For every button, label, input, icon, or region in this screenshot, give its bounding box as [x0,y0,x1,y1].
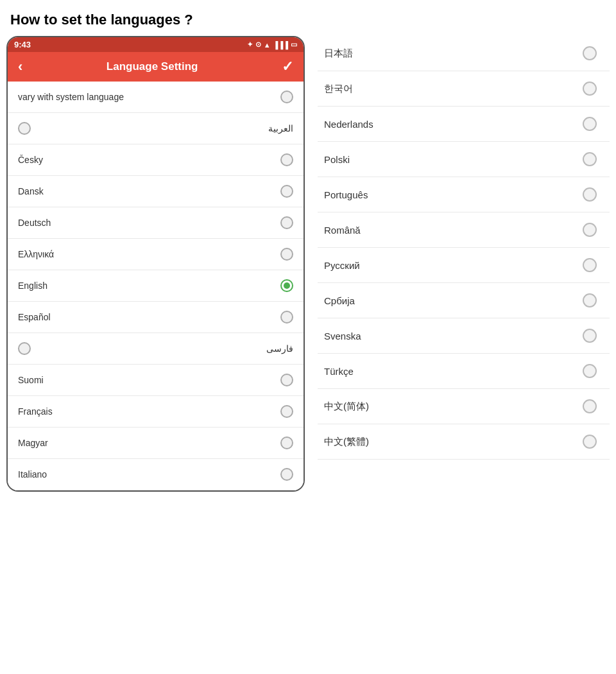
radio-magyar[interactable] [280,436,293,449]
right-lang-label-polish: Polski [324,154,350,165]
lang-item-suomi[interactable]: Suomi [8,365,304,396]
right-radio-korean[interactable] [583,82,597,96]
right-lang-label-chinese-simplified: 中文(简体) [324,401,369,413]
right-radio-portuguese[interactable] [583,187,597,202]
radio-arabic[interactable] [18,122,31,135]
radio-espanol[interactable] [280,311,293,324]
signal-icon: ▐▐▐ [273,41,288,49]
right-lang-label-japanese: 日本語 [324,48,353,60]
lang-label-dansk: Dansk [18,186,44,196]
right-lang-item-portuguese[interactable]: Português [318,177,610,212]
right-radio-japanese[interactable] [583,46,597,60]
right-radio-russian[interactable] [583,258,597,272]
radio-vary[interactable] [280,91,293,103]
battery-icon: ▭ [291,40,297,49]
lang-label-arabic: العربية [31,123,293,134]
radio-deutsch[interactable] [280,216,293,229]
lang-item-english[interactable]: English [8,270,304,302]
lang-label-deutsch: Deutsch [18,218,51,228]
right-radio-chinese-traditional[interactable] [583,435,597,449]
lang-label-vary: vary with system language [18,92,124,102]
page-container: How to set the languages ? 9:43 ✦ ⊙ ▲ ▐▐… [0,0,616,492]
right-radio-serbian[interactable] [583,293,597,307]
lang-label-magyar: Magyar [18,438,48,448]
right-lang-label-portuguese: Português [324,189,368,200]
lang-item-magyar[interactable]: Magyar [8,428,304,459]
lang-label-suomi: Suomi [18,375,44,385]
right-lang-item-russian[interactable]: Русский [318,248,610,283]
language-list: vary with system languageالعربيةČeskyDan… [8,82,304,490]
lang-label-greek: Ελληνικά [18,249,54,259]
right-lang-label-korean: 한국어 [324,83,353,95]
right-radio-turkish[interactable] [583,364,597,378]
right-lang-label-romanian: Română [324,225,361,236]
bluetooth-icon: ✦ [247,40,253,49]
right-radio-polish[interactable] [583,152,597,166]
back-button[interactable]: ‹ [18,58,22,75]
lang-label-francais: Français [18,406,53,417]
radio-greek[interactable] [280,248,293,261]
right-lang-item-korean[interactable]: 한국어 [318,71,610,107]
lang-item-dansk[interactable]: Dansk [8,176,304,207]
lang-item-cesky[interactable]: Česky [8,144,304,176]
header-title: Language Setting [107,60,198,73]
right-lang-item-chinese-simplified[interactable]: 中文(简体) [318,389,610,424]
right-lang-item-serbian[interactable]: Србија [318,283,610,318]
lang-item-francais[interactable]: Français [8,396,304,428]
lang-item-greek[interactable]: Ελληνικά [8,239,304,270]
confirm-button[interactable]: ✓ [282,58,293,75]
radio-dansk[interactable] [280,185,293,198]
right-lang-item-swedish[interactable]: Svenska [318,318,610,354]
lang-label-espanol: Español [18,312,51,322]
right-lang-item-romanian[interactable]: Română [318,212,610,248]
right-lang-item-polish[interactable]: Polski [318,142,610,177]
right-radio-chinese-simplified[interactable] [583,399,597,413]
alarm-icon: ⊙ [255,40,261,49]
lang-item-farsi[interactable]: فارسی [8,333,304,365]
page-title: How to set the languages ? [0,0,616,36]
radio-cesky[interactable] [280,153,293,166]
lang-item-deutsch[interactable]: Deutsch [8,207,304,239]
lang-item-italiano[interactable]: Italiano [8,459,304,490]
lang-item-vary[interactable]: vary with system language [8,82,304,113]
right-lang-label-serbian: Србија [324,295,355,306]
lang-label-cesky: Česky [18,155,43,165]
lang-label-english: English [18,281,47,291]
right-lang-label-chinese-traditional: 中文(繁體) [324,436,369,448]
status-time: 9:43 [14,40,31,49]
lang-label-farsi: فارسی [31,343,293,354]
main-layout: 9:43 ✦ ⊙ ▲ ▐▐▐ ▭ ‹ Language Setting ✓ va… [0,36,616,492]
radio-farsi[interactable] [18,342,31,355]
lang-label-italiano: Italiano [18,469,47,480]
right-lang-label-turkish: Türkçe [324,366,354,377]
lang-item-espanol[interactable]: Español [8,302,304,333]
right-lang-label-dutch: Nederlands [324,119,373,130]
status-icons: ✦ ⊙ ▲ ▐▐▐ ▭ [247,40,297,49]
status-bar: 9:43 ✦ ⊙ ▲ ▐▐▐ ▭ [8,37,304,52]
radio-suomi[interactable] [280,374,293,386]
radio-francais[interactable] [280,405,293,418]
right-lang-label-russian: Русский [324,260,360,271]
wifi-icon: ▲ [264,41,271,49]
lang-item-arabic[interactable]: العربية [8,113,304,144]
app-header: ‹ Language Setting ✓ [8,52,304,82]
right-radio-swedish[interactable] [583,329,597,343]
right-lang-item-japanese[interactable]: 日本語 [318,36,610,71]
radio-italiano[interactable] [280,468,293,481]
phone-mockup: 9:43 ✦ ⊙ ▲ ▐▐▐ ▭ ‹ Language Setting ✓ va… [6,36,305,492]
right-radio-dutch[interactable] [583,117,597,131]
right-radio-romanian[interactable] [583,223,597,237]
right-lang-label-swedish: Svenska [324,331,361,341]
right-language-list: 日本語한국어NederlandsPolskiPortuguêsRomânăРус… [305,36,610,460]
right-lang-item-dutch[interactable]: Nederlands [318,107,610,142]
right-lang-item-chinese-traditional[interactable]: 中文(繁體) [318,424,610,460]
right-lang-item-turkish[interactable]: Türkçe [318,354,610,389]
radio-english[interactable] [280,279,293,292]
